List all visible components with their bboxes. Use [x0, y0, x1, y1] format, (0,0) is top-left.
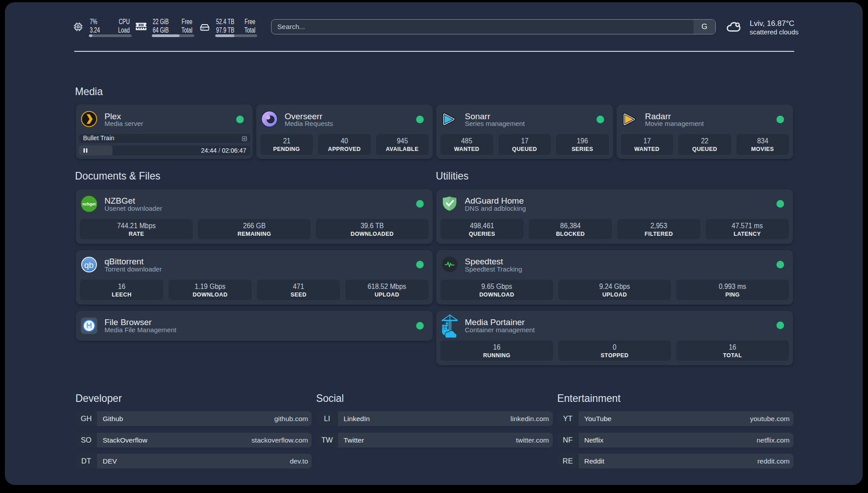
svg-text:qb: qb — [84, 260, 93, 269]
svg-text:nzbget: nzbget — [83, 201, 96, 206]
